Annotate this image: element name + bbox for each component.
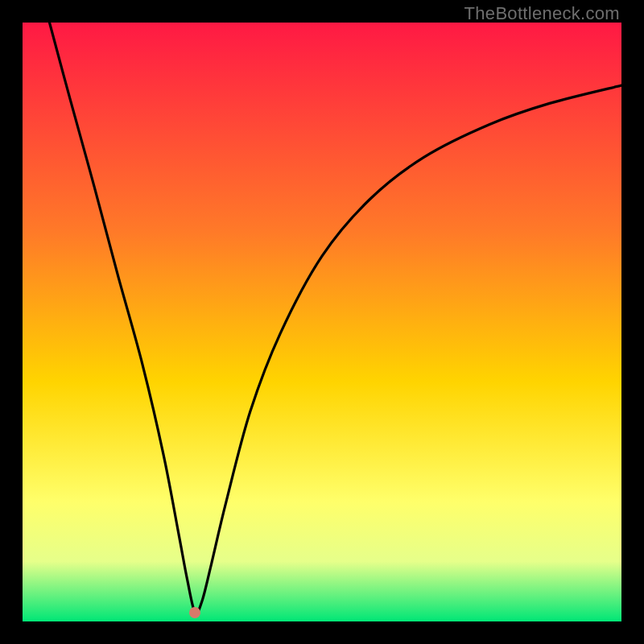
watermark-label: TheBottleneck.com [464,3,620,24]
plot-area [23,23,621,621]
chart-frame: TheBottleneck.com [0,0,644,644]
optimum-point-icon [189,607,200,618]
bottleneck-curve [23,23,621,621]
